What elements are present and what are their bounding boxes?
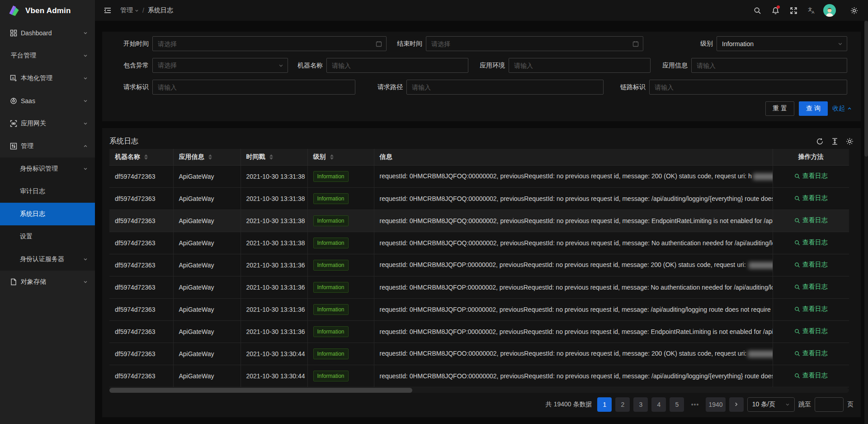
cell-level: Information	[307, 210, 374, 232]
translate-icon[interactable]: 文A	[804, 3, 819, 18]
redacted-blur	[749, 262, 773, 269]
view-log-link[interactable]: 查看日志	[794, 327, 828, 335]
column-height-icon[interactable]	[831, 138, 839, 145]
sidebar-item-settings[interactable]: 设置	[0, 225, 95, 248]
page-button-2[interactable]: 2	[615, 397, 630, 412]
page-ellipsis[interactable]: •••	[688, 397, 702, 412]
view-log-link[interactable]: 查看日志	[794, 261, 828, 269]
storage-icon	[10, 278, 17, 286]
filter-panel: 开始时间 结束时间	[102, 32, 861, 121]
cell-app-info: ApiGateWay	[173, 187, 241, 210]
vertical-scrollbar-thumb[interactable]	[864, 21, 868, 157]
cell-machine-name: df5974d72363	[109, 276, 173, 298]
collapse-link[interactable]: 收起	[832, 105, 852, 113]
trace-id-input[interactable]	[650, 80, 847, 94]
avatar[interactable]	[822, 3, 837, 18]
horizontal-scrollbar[interactable]	[109, 388, 849, 393]
page-button-5[interactable]: 5	[670, 397, 684, 412]
cell-app-info: ApiGateWay	[173, 343, 241, 365]
jump-suffix-label: 页	[847, 400, 854, 409]
column-header-timestamp[interactable]: 时间戳	[241, 149, 307, 165]
sidebar-item-saas[interactable]: Saas	[0, 90, 95, 112]
query-button[interactable]: 查 询	[799, 101, 828, 116]
app-logo[interactable]: Vben Admin	[0, 0, 95, 22]
exception-select[interactable]: 请选择	[152, 58, 288, 73]
refresh-icon[interactable]	[816, 138, 824, 145]
machine-name-input[interactable]	[327, 58, 468, 72]
vertical-scrollbar[interactable]	[864, 21, 868, 424]
sidebar-item-manage[interactable]: 管理	[0, 135, 95, 157]
view-log-link[interactable]: 查看日志	[794, 194, 828, 202]
cell-app-info: ApiGateWay	[173, 365, 241, 387]
next-page-button[interactable]	[729, 397, 744, 412]
sort-icon	[269, 154, 273, 160]
cell-app-info: ApiGateWay	[173, 232, 241, 254]
cell-machine-name: df5974d72363	[109, 232, 173, 254]
gear-icon[interactable]	[846, 3, 862, 18]
sidebar-item-localization[interactable]: A 本地化管理	[0, 67, 95, 90]
field-label: 应用环境	[456, 62, 505, 70]
sidebar-item-system-log[interactable]: 系统日志	[0, 203, 95, 225]
horizontal-scrollbar-thumb[interactable]	[109, 388, 412, 393]
cell-level: Information	[307, 165, 374, 187]
table-row: df5974d72363 ApiGateWay 2021-10-30 13:31…	[109, 187, 849, 210]
sidebar-item-object-storage[interactable]: 对象存储	[0, 271, 95, 293]
search-icon[interactable]	[750, 3, 765, 18]
filter-actions: 重 置 查 询 收起	[765, 101, 852, 116]
view-log-link[interactable]: 查看日志	[794, 283, 828, 291]
view-log-link[interactable]: 查看日志	[794, 216, 828, 224]
jump-page-input[interactable]	[815, 397, 844, 412]
fullscreen-icon[interactable]	[786, 3, 801, 18]
page-button-4[interactable]: 4	[651, 397, 666, 412]
page-size-select[interactable]: 10 条/页	[747, 397, 795, 412]
level-badge: Information	[313, 215, 349, 226]
sidebar-item-auth-server[interactable]: 身份认证服务器	[0, 248, 95, 271]
column-header-app[interactable]: 应用信息	[173, 149, 241, 165]
request-path-input[interactable]	[407, 80, 603, 94]
view-log-link[interactable]: 查看日志	[794, 238, 828, 247]
start-time-input[interactable]	[153, 37, 386, 51]
table-row: df5974d72363 ApiGateWay 2021-10-30 13:31…	[109, 298, 849, 320]
sidebar-item-dashboard[interactable]: Dashboard	[0, 22, 95, 44]
sidebar-item-identity-management[interactable]: 身份标识管理	[0, 157, 95, 180]
end-time-input[interactable]	[426, 37, 643, 51]
sidebar-item-label: 管理	[21, 142, 83, 150]
sidebar-item-platform[interactable]: 平台管理	[0, 44, 95, 67]
page-button-1[interactable]: 1	[597, 397, 612, 412]
app-env-input[interactable]	[509, 58, 650, 72]
view-log-link[interactable]: 查看日志	[794, 349, 828, 357]
request-id-input[interactable]	[153, 80, 355, 94]
cell-level: Information	[307, 365, 374, 387]
table-row: df5974d72363 ApiGateWay 2021-10-30 13:31…	[109, 254, 849, 276]
view-log-link[interactable]: 查看日志	[794, 172, 828, 180]
view-log-link[interactable]: 查看日志	[794, 305, 828, 313]
level-select[interactable]: Information	[717, 36, 847, 51]
sidebar-item-audit-log[interactable]: 审计日志	[0, 180, 95, 203]
page-content: 开始时间 结束时间	[95, 21, 868, 417]
menu-fold-icon[interactable]	[101, 4, 114, 17]
magnifier-icon	[794, 329, 800, 334]
app-title: Vben Admin	[25, 6, 71, 15]
column-header-level[interactable]: 级别	[307, 149, 374, 165]
filter-machine-name: 机器名称	[274, 58, 468, 73]
column-header-machine[interactable]: 机器名称	[109, 149, 173, 165]
sidebar-item-label: Dashboard	[21, 29, 83, 37]
page-button-3[interactable]: 3	[633, 397, 648, 412]
view-log-link[interactable]: 查看日志	[794, 372, 828, 380]
table-settings-gear-icon[interactable]	[846, 138, 854, 145]
page-button-last[interactable]: 1940	[706, 397, 725, 412]
cell-timestamp: 2021-10-30 13:31:36	[241, 276, 307, 298]
bell-icon[interactable]	[768, 3, 783, 18]
column-header-actions: 操作方法	[773, 149, 849, 165]
cell-actions: 查看日志	[773, 320, 849, 343]
table-row: df5974d72363 ApiGateWay 2021-10-30 13:31…	[109, 232, 849, 254]
sidebar-item-gateway[interactable]: 应用网关	[0, 112, 95, 135]
sidebar-item-label: 身份认证服务器	[20, 255, 83, 263]
chevron-down-icon	[785, 402, 790, 407]
magnifier-icon	[794, 262, 800, 268]
breadcrumb: 管理 / 系统日志	[120, 6, 173, 14]
app-info-input[interactable]	[692, 58, 847, 72]
sidebar-menu: Dashboard 平台管理 A 本地化管理 Saas	[0, 22, 95, 293]
reset-button[interactable]: 重 置	[765, 101, 794, 116]
breadcrumb-section[interactable]: 管理	[120, 6, 139, 14]
